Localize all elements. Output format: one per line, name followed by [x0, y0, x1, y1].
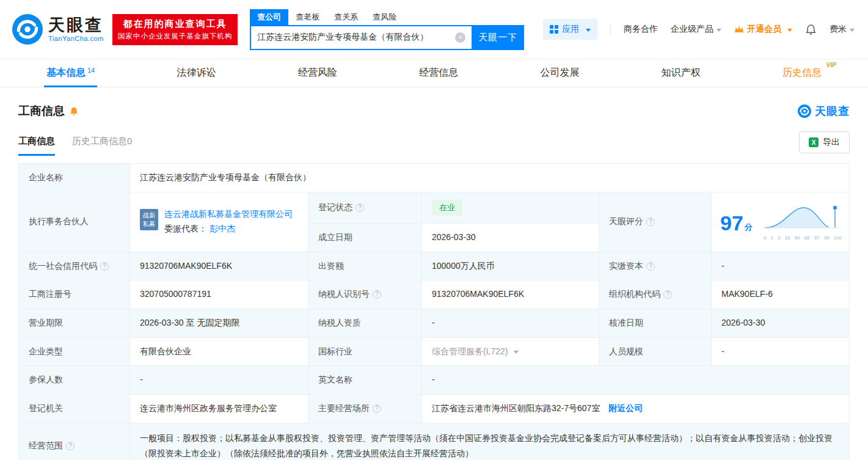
premises-label: 主要经营场所?	[308, 394, 422, 423]
subscribe-bell-icon[interactable]	[69, 106, 79, 116]
english-name-label: 英文名称	[308, 366, 422, 395]
delegate-person-link[interactable]: 彭中杰	[210, 224, 235, 233]
industry-label: 国标行业	[308, 337, 422, 366]
approval-date-label: 核准日期	[599, 308, 712, 337]
registry-authority-label: 登记机关	[19, 394, 130, 423]
brand-name: 天眼查	[48, 16, 104, 35]
top-header: 天眼查 TianYanCha.com 都在用的商业查询工具 国家中小企业发展子基…	[0, 0, 868, 59]
open-vip-button[interactable]: 开通会员	[734, 24, 792, 35]
help-icon[interactable]: ?	[356, 203, 364, 212]
search-button[interactable]: 天眼一下	[472, 25, 524, 50]
table-row: 企业类型 有限合伙企业 国标行业 综合管理服务(L722) 人员规模 -	[19, 337, 850, 366]
paid-capital-value: -	[712, 252, 850, 280]
established-date-label: 成立日期	[308, 223, 422, 252]
business-cooperation-link[interactable]: 商务合作	[624, 24, 658, 35]
org-code-label: 组织机构代码?	[599, 280, 712, 309]
taxpayer-id-value: 91320706MAK90ELF6K	[422, 280, 599, 309]
search-input[interactable]	[250, 25, 472, 50]
company-name-label: 企业名称	[19, 164, 130, 192]
chevron-down-icon	[514, 351, 519, 356]
user-menu[interactable]: 费米	[830, 24, 855, 35]
divider	[610, 24, 611, 35]
company-tabs-nav: 基本信息 14 法律诉讼 经营风险 经营信息 公司发展 知识产权 历史信息 VI…	[0, 59, 868, 87]
section-title: 工商信息	[18, 103, 79, 119]
subtabs: 工商信息 历史工商信息0	[18, 136, 132, 156]
tab-operation-info[interactable]: 经营信息	[412, 59, 465, 87]
tab-operation-risk[interactable]: 经营风险	[291, 59, 345, 87]
subtab-history-business-info[interactable]: 历史工商信息0	[72, 136, 132, 156]
search-tab-company[interactable]: 查公司	[250, 9, 288, 25]
credit-code-value: 91320706MAK90ELF6K	[130, 252, 308, 280]
help-icon[interactable]: ?	[663, 290, 672, 299]
search-tab-risk[interactable]: 查风险	[365, 9, 404, 25]
promo-line1: 都在用的商业查询工具	[118, 18, 233, 30]
tab-legal-litigation[interactable]: 法律诉讼	[170, 59, 224, 87]
help-icon[interactable]: ?	[373, 404, 381, 413]
export-button[interactable]: X 导出	[799, 131, 850, 153]
tab-basic-info[interactable]: 基本信息 14	[39, 59, 102, 87]
staff-size-value: -	[712, 337, 850, 366]
subtab-business-info[interactable]: 工商信息	[18, 136, 55, 156]
executive-partner-value: 战新私募 连云港战新私募基金管理有限公司 委派代表： 彭中杰	[130, 192, 308, 252]
help-icon[interactable]: ?	[646, 262, 655, 271]
subtabs-row: 工商信息 历史工商信息0 X 导出	[0, 119, 868, 156]
tab-history-info[interactable]: 历史信息 VIP	[775, 59, 829, 87]
score-number: 97分	[720, 213, 753, 233]
taxpayer-quality-label: 纳税人资质	[308, 308, 422, 337]
registration-number-label: 工商注册号	[19, 280, 130, 309]
table-row: 执行事务合伙人 战新私募 连云港战新私募基金管理有限公司 委派代表： 彭中杰	[19, 192, 850, 223]
search-tabs: 查公司 查老板 查关系 查风险	[250, 9, 524, 25]
business-info-table: 企业名称 江苏连云港安防产业专项母基金（有限合伙） 执行事务合伙人 战新私募 连…	[18, 163, 850, 460]
table-row: 企业名称 江苏连云港安防产业专项母基金（有限合伙）	[19, 164, 850, 192]
tab-company-development[interactable]: 公司发展	[533, 59, 586, 87]
english-name-value: -	[422, 366, 850, 395]
tab-count-badge: 14	[87, 67, 95, 74]
table-row: 参保人数 - 英文名称 -	[19, 366, 850, 395]
business-term-label: 营业期限	[19, 308, 130, 337]
tianyancha-logo[interactable]: 天眼查 TianYanCha.com	[12, 14, 104, 45]
company-type-label: 企业类型	[19, 337, 130, 366]
paid-capital-label: 实缴资本?	[599, 252, 712, 280]
chevron-down-icon	[850, 29, 855, 34]
business-scope-value: 一般项目：股权投资；以私募基金从事股权投资、投资管理、资产管理等活动（须在中国证…	[130, 423, 850, 460]
approval-date-value: 2026-03-30	[712, 308, 850, 337]
table-row: 营业期限 2026-03-30 至 无固定期限 纳税人资质 - 核准日期 202…	[19, 308, 850, 337]
top-actions: 应用 商务合作 企业级产品 开通会员 费米	[543, 19, 855, 40]
insured-count-value: -	[130, 366, 308, 395]
nearby-companies-link[interactable]: 附近公司	[608, 403, 643, 413]
tab-intellectual-property[interactable]: 知识产权	[654, 59, 708, 87]
credit-code-label: 统一社会信用代码?	[19, 252, 130, 280]
industry-value[interactable]: 综合管理服务(L722)	[422, 337, 599, 366]
tianyancha-watermark: 天眼查	[798, 104, 850, 119]
table-row: 统一社会信用代码? 91320706MAK90ELF6K 出资额 100000万…	[19, 252, 850, 280]
table-row: 工商注册号 320705000787191 纳税人识别号? 91320706MA…	[19, 280, 850, 309]
chevron-down-icon	[787, 29, 792, 34]
partner-company-link[interactable]: 连云港战新私募基金管理有限公司	[164, 209, 293, 219]
company-name-value: 江苏连云港安防产业专项母基金（有限合伙）	[130, 164, 850, 192]
search-tab-boss[interactable]: 查老板	[288, 9, 327, 25]
clear-search-icon[interactable]: ×	[455, 32, 465, 43]
premises-value: 江苏省连云港市海州区朝阳东路32-7号607室 附近公司	[422, 394, 850, 423]
brand-domain: TianYanCha.com	[48, 35, 104, 42]
score-curve-chart: 01 315 5085 9799 100	[764, 204, 842, 242]
company-type-value: 有限合伙企业	[130, 337, 308, 366]
table-row: 登记机关 连云港市海州区政务服务管理办公室 主要经营场所? 江苏省连云港市海州区…	[19, 394, 850, 423]
chevron-down-icon	[586, 29, 591, 34]
registration-status-value: 在业	[422, 192, 599, 223]
business-term-value: 2026-03-30 至 无固定期限	[130, 308, 308, 337]
capital-label: 出资额	[308, 252, 422, 280]
help-icon[interactable]: ?	[646, 217, 655, 226]
enterprise-products-link[interactable]: 企业级产品	[671, 24, 721, 35]
promo-line2: 国家中小企业发展子基金旗下机构	[118, 32, 233, 41]
executive-partner-label: 执行事务合伙人	[19, 192, 130, 252]
help-icon[interactable]: ?	[373, 290, 381, 299]
search-tab-relation[interactable]: 查关系	[327, 9, 365, 25]
search-box: × 天眼一下	[250, 25, 524, 50]
notification-bell-icon[interactable]	[805, 24, 817, 35]
help-icon[interactable]: ?	[66, 442, 75, 450]
crown-icon	[734, 25, 744, 34]
partner-type-badge: 战新私募	[140, 209, 158, 230]
help-icon[interactable]: ?	[100, 262, 109, 271]
apps-button[interactable]: 应用	[543, 19, 597, 40]
section-header: 工商信息 天眼查	[0, 87, 868, 119]
